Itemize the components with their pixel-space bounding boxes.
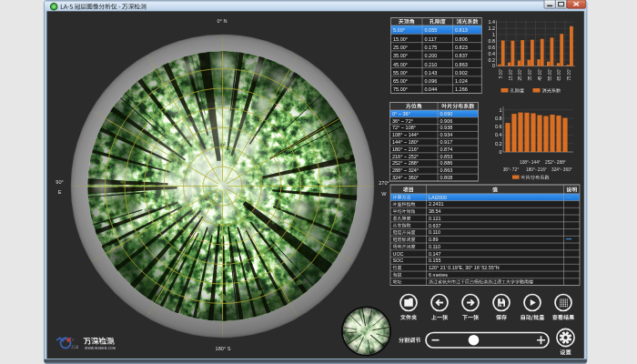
svg-text:144° ~ 180°: 144° ~ 180° bbox=[392, 139, 419, 145]
svg-text:0° N: 0° N bbox=[217, 18, 228, 24]
svg-text:1.4: 1.4 bbox=[489, 19, 496, 25]
svg-text:55.00°: 55.00° bbox=[393, 70, 408, 76]
svg-text:W: W bbox=[381, 191, 387, 197]
svg-text:0.837: 0.837 bbox=[455, 53, 468, 58]
svg-text:0.806: 0.806 bbox=[455, 36, 468, 42]
svg-text:45.00°: 45.00° bbox=[538, 68, 542, 80]
svg-text:0.055: 0.055 bbox=[425, 27, 438, 33]
svg-text:270°: 270° bbox=[379, 180, 389, 186]
svg-text:0.6: 0.6 bbox=[495, 124, 502, 129]
svg-text:0.902: 0.902 bbox=[455, 70, 468, 76]
svg-text:0: 0 bbox=[500, 149, 502, 155]
svg-text:25.00°: 25.00° bbox=[519, 68, 523, 80]
svg-text:0.4: 0.4 bbox=[489, 51, 496, 56]
svg-text:0.2: 0.2 bbox=[489, 57, 496, 63]
svg-text:0.096: 0.096 bbox=[425, 78, 438, 84]
svg-text:35.00°: 35.00° bbox=[393, 53, 408, 58]
svg-text:0.934: 0.934 bbox=[440, 132, 453, 137]
svg-text:SOC: SOC bbox=[393, 258, 404, 263]
svg-text:0.121: 0.121 bbox=[429, 216, 441, 221]
svg-text:UOC: UOC bbox=[393, 251, 404, 257]
svg-text:72° ~ 108°: 72° ~ 108° bbox=[392, 125, 416, 130]
svg-text:38.54: 38.54 bbox=[429, 208, 441, 214]
svg-text:15.00°: 15.00° bbox=[393, 36, 408, 42]
svg-text:0.808: 0.808 bbox=[440, 175, 453, 180]
svg-text:0.690: 0.690 bbox=[440, 111, 453, 116]
svg-text:0.823: 0.823 bbox=[455, 45, 468, 50]
svg-text:0.863: 0.863 bbox=[455, 62, 468, 67]
svg-text:0.4: 0.4 bbox=[495, 132, 502, 137]
svg-text:324°- 360°: 324°- 360° bbox=[551, 167, 572, 172]
svg-text:252°- 288°: 252°- 288° bbox=[545, 160, 566, 165]
svg-text:0.8: 0.8 bbox=[495, 116, 502, 121]
svg-text:0.110: 0.110 bbox=[429, 244, 440, 249]
svg-text:180°- 216°: 180°- 216° bbox=[526, 167, 547, 172]
svg-text:252° ~ 288°: 252° ~ 288° bbox=[392, 160, 419, 166]
svg-text:180° ~ 216°: 180° ~ 216° bbox=[392, 147, 419, 152]
svg-text:0.886: 0.886 bbox=[440, 160, 453, 166]
svg-text:65.00°: 65.00° bbox=[393, 78, 408, 84]
svg-text:0.906: 0.906 bbox=[440, 118, 453, 124]
svg-text:0.2: 0.2 bbox=[495, 141, 502, 147]
svg-text:0.143: 0.143 bbox=[425, 70, 438, 76]
svg-text:288° ~ 324°: 288° ~ 324° bbox=[392, 167, 419, 173]
svg-text:36°- 72°: 36°- 72° bbox=[503, 167, 520, 172]
svg-text:0.6: 0.6 bbox=[489, 45, 496, 50]
svg-text:1: 1 bbox=[492, 32, 495, 37]
svg-text:0.200: 0.200 bbox=[425, 53, 438, 58]
svg-text:E: E bbox=[58, 189, 62, 195]
svg-text:0.117: 0.117 bbox=[425, 36, 437, 42]
svg-text:5.00°: 5.00° bbox=[499, 68, 503, 78]
svg-text:0.813: 0.813 bbox=[455, 27, 468, 33]
svg-text:5.00°: 5.00° bbox=[393, 27, 405, 33]
svg-text:55.00°: 55.00° bbox=[548, 68, 552, 80]
svg-text:75.00°: 75.00° bbox=[567, 68, 571, 80]
svg-text:0.637: 0.637 bbox=[429, 223, 441, 228]
svg-text:0: 0 bbox=[492, 63, 495, 68]
svg-text:15.00°: 15.00° bbox=[509, 68, 513, 80]
svg-text:35.00°: 35.00° bbox=[528, 68, 532, 80]
svg-text:0.853: 0.853 bbox=[440, 154, 453, 159]
svg-text:108°- 144°: 108°- 144° bbox=[520, 160, 541, 165]
svg-text:2.2431: 2.2431 bbox=[429, 201, 444, 207]
svg-text:0.210: 0.210 bbox=[425, 62, 438, 67]
svg-text:90°: 90° bbox=[56, 179, 63, 185]
svg-text:WWW.WSEEN.COM: WWW.WSEEN.COM bbox=[85, 347, 116, 350]
svg-text:216° ~ 252°: 216° ~ 252° bbox=[392, 154, 419, 159]
svg-text:25.00°: 25.00° bbox=[393, 45, 408, 50]
svg-text:0.8: 0.8 bbox=[489, 38, 496, 44]
svg-text:65.00°: 65.00° bbox=[558, 68, 562, 80]
svg-text:®: ® bbox=[72, 339, 75, 342]
svg-text:0.044: 0.044 bbox=[425, 86, 438, 92]
svg-text:LAI2000: LAI2000 bbox=[429, 195, 447, 200]
svg-text:0.938: 0.938 bbox=[440, 125, 453, 130]
svg-text:1.2: 1.2 bbox=[489, 25, 496, 31]
svg-text:0.89: 0.89 bbox=[429, 237, 439, 242]
svg-text:0.175: 0.175 bbox=[425, 45, 438, 50]
svg-text:45.00°: 45.00° bbox=[393, 62, 408, 67]
svg-text:1.024: 1.024 bbox=[455, 78, 468, 84]
svg-text:0.874: 0.874 bbox=[440, 147, 453, 152]
svg-text:120° 21' 0.19"E, 30° 16' 52.5: 120° 21' 0.19"E, 30° 16' 52.55"N bbox=[429, 265, 500, 270]
svg-text:1.266: 1.266 bbox=[455, 86, 468, 92]
svg-text:36° ~ 72°: 36° ~ 72° bbox=[392, 118, 413, 124]
svg-text:0.863: 0.863 bbox=[440, 167, 453, 173]
svg-text:180° S: 180° S bbox=[216, 346, 231, 351]
svg-text:324° ~ 360°: 324° ~ 360° bbox=[392, 175, 419, 180]
svg-text:0.917: 0.917 bbox=[440, 139, 453, 145]
svg-text:0.155: 0.155 bbox=[429, 258, 441, 263]
svg-text:0° ~ 36°: 0° ~ 36° bbox=[392, 111, 410, 116]
svg-text:0.110: 0.110 bbox=[429, 229, 440, 235]
svg-text:1: 1 bbox=[500, 107, 502, 113]
svg-text:0.147: 0.147 bbox=[429, 251, 441, 257]
svg-text:75.00°: 75.00° bbox=[393, 86, 408, 92]
svg-text:6 metres: 6 metres bbox=[429, 272, 448, 278]
svg-text:108° ~ 144°: 108° ~ 144° bbox=[392, 132, 419, 137]
